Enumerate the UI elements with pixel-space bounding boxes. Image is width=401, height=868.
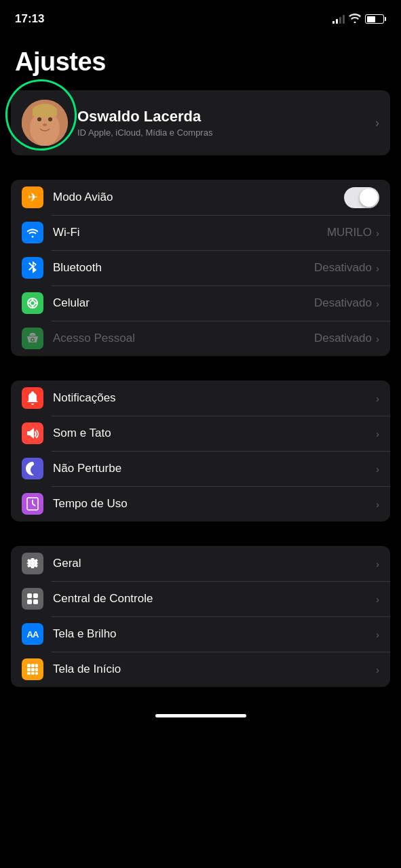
- personal-hotspot-row[interactable]: Acesso Pessoal Desativado ›: [11, 321, 390, 356]
- system-group: Geral › Central de Controle › AA Tela e …: [11, 546, 390, 687]
- svg-rect-29: [31, 672, 35, 675]
- personal-hotspot-value: Desativado: [314, 332, 372, 345]
- airplane-mode-row[interactable]: ✈ Modo Avião: [11, 180, 390, 215]
- display-brightness-label: Tela e Brilho: [53, 627, 376, 641]
- svg-rect-30: [35, 672, 38, 675]
- notifications-chevron-icon: ›: [376, 393, 379, 404]
- home-screen-chevron-icon: ›: [376, 664, 379, 675]
- page-title: Ajustes: [15, 47, 386, 77]
- svg-point-9: [31, 301, 35, 306]
- svg-point-7: [43, 123, 47, 126]
- avatar: [22, 100, 68, 146]
- screen-time-row[interactable]: Tempo de Uso ›: [11, 486, 390, 521]
- svg-rect-24: [35, 664, 38, 667]
- svg-point-17: [31, 561, 35, 566]
- wifi-chevron-icon: ›: [376, 227, 379, 239]
- wifi-status-icon: [349, 14, 361, 25]
- profile-name: Oswaldo Lacerda: [77, 108, 212, 125]
- display-brightness-row[interactable]: AA Tela e Brilho ›: [11, 616, 390, 652]
- notifications-row[interactable]: Notificações ›: [11, 380, 390, 416]
- svg-point-5: [37, 117, 41, 121]
- notifications-label: Notificações: [53, 391, 376, 405]
- screen-time-chevron-icon: ›: [376, 498, 379, 510]
- cellular-value: Desativado: [314, 296, 372, 310]
- general-label: Geral: [53, 557, 376, 570]
- screen-time-icon: [22, 493, 43, 515]
- do-not-disturb-label: Não Perturbe: [53, 462, 376, 475]
- control-center-label: Central de Controle: [53, 592, 376, 606]
- wifi-value: MURILO: [327, 226, 372, 239]
- control-center-chevron-icon: ›: [376, 593, 379, 605]
- signal-icon: [332, 14, 345, 24]
- notifications-icon: [22, 387, 43, 409]
- bluetooth-label: Bluetooth: [53, 261, 314, 275]
- bluetooth-row[interactable]: Bluetooth Desativado ›: [11, 250, 390, 285]
- svg-rect-4: [33, 111, 57, 116]
- airplane-toggle[interactable]: [344, 187, 379, 208]
- svg-rect-19: [33, 593, 38, 598]
- home-screen-icon: [22, 658, 43, 680]
- home-screen-label: Tela de Início: [53, 663, 376, 676]
- bluetooth-value: Desativado: [314, 261, 372, 275]
- airplane-icon: ✈: [22, 186, 43, 208]
- cellular-icon: [22, 292, 43, 314]
- avatar-face: [22, 100, 68, 146]
- profile-subtitle: ID Apple, iCloud, Mídia e Compras: [77, 127, 212, 138]
- display-brightness-chevron-icon: ›: [376, 629, 379, 640]
- svg-rect-23: [31, 664, 35, 667]
- bluetooth-icon: [22, 257, 43, 279]
- cellular-row[interactable]: Celular Desativado ›: [11, 285, 390, 321]
- airplane-label: Modo Avião: [53, 191, 344, 204]
- display-brightness-icon: AA: [22, 623, 43, 645]
- do-not-disturb-chevron-icon: ›: [376, 463, 379, 475]
- svg-rect-25: [27, 668, 31, 671]
- wifi-icon: [22, 222, 43, 243]
- profile-info: Oswaldo Lacerda ID Apple, iCloud, Mídia …: [77, 108, 212, 138]
- home-indicator: [155, 714, 246, 717]
- do-not-disturb-row[interactable]: Não Perturbe ›: [11, 451, 390, 486]
- svg-rect-27: [35, 668, 38, 671]
- control-center-row[interactable]: Central de Controle ›: [11, 581, 390, 616]
- avatar-wrapper: [22, 100, 68, 146]
- wifi-label: Wi-Fi: [53, 226, 327, 239]
- general-chevron-icon: ›: [376, 558, 379, 570]
- general-icon: [22, 553, 43, 574]
- cellular-chevron-icon: ›: [376, 298, 379, 309]
- home-screen-row[interactable]: Tela de Início ›: [11, 652, 390, 687]
- profile-left: Oswaldo Lacerda ID Apple, iCloud, Mídia …: [22, 100, 212, 146]
- notifications-group: Notificações › Som e Tato › Não Perturbe…: [11, 380, 390, 521]
- screen-time-label: Tempo de Uso: [53, 497, 376, 511]
- connectivity-group: ✈ Modo Avião Wi-Fi MURILO › Bluetooth De…: [11, 180, 390, 356]
- wifi-row[interactable]: Wi-Fi MURILO ›: [11, 215, 390, 250]
- sound-haptics-row[interactable]: Som e Tato ›: [11, 416, 390, 451]
- page-header: Ajustes: [0, 34, 401, 83]
- svg-point-6: [48, 117, 52, 121]
- profile-chevron-icon: ›: [375, 116, 379, 130]
- svg-rect-21: [33, 599, 38, 604]
- svg-rect-28: [27, 672, 31, 675]
- personal-hotspot-icon: [22, 328, 43, 349]
- cellular-label: Celular: [53, 296, 314, 310]
- svg-rect-22: [27, 664, 31, 667]
- personal-hotspot-label: Acesso Pessoal: [53, 332, 314, 345]
- svg-line-16: [33, 504, 35, 506]
- battery-icon: [365, 14, 386, 24]
- general-row[interactable]: Geral ›: [11, 546, 390, 581]
- status-bar: 17:13: [0, 0, 401, 34]
- sound-icon: [22, 422, 43, 444]
- control-center-icon: [22, 588, 43, 610]
- profile-row[interactable]: Oswaldo Lacerda ID Apple, iCloud, Mídia …: [11, 90, 390, 155]
- status-icons: [332, 14, 386, 25]
- bluetooth-chevron-icon: ›: [376, 262, 379, 274]
- svg-rect-20: [27, 599, 32, 604]
- svg-rect-18: [27, 593, 32, 598]
- status-time: 17:13: [15, 12, 44, 26]
- sound-haptics-chevron-icon: ›: [376, 428, 379, 439]
- personal-hotspot-chevron-icon: ›: [376, 333, 379, 344]
- sound-haptics-label: Som e Tato: [53, 427, 376, 440]
- svg-rect-26: [31, 668, 35, 671]
- do-not-disturb-icon: [22, 458, 43, 479]
